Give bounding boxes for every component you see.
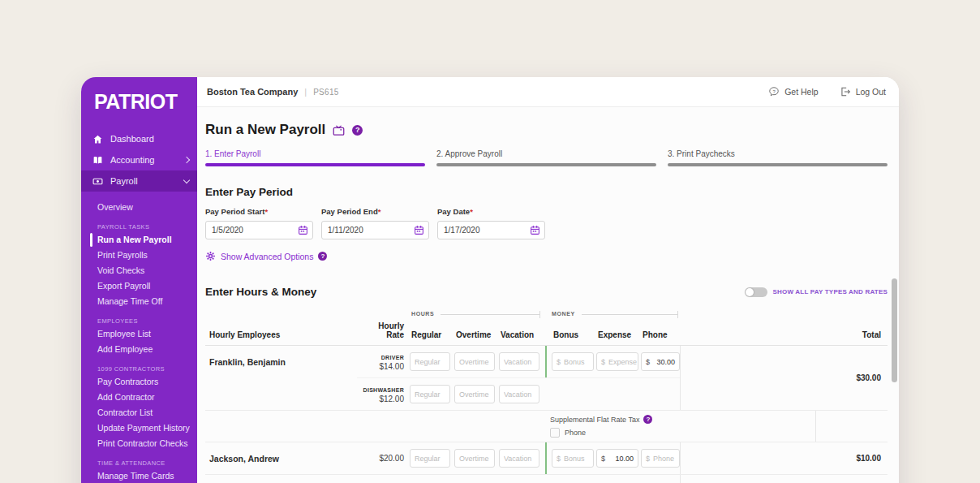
dollar-sign: $ [646, 455, 650, 463]
get-help-label: Get Help [784, 87, 818, 97]
hours-money-table: HOURS MONEY Hourly Employees Hourly Rate… [205, 309, 888, 483]
sidebar-item-dashboard[interactable]: Dashboard [81, 128, 197, 149]
required-asterisk: * [264, 207, 268, 216]
phone-input[interactable]: $ 30.00 [641, 352, 680, 371]
expense-input[interactable]: $ 10.00 [596, 449, 638, 468]
phone-checkbox-label: Phone [565, 429, 586, 437]
table-header-row: Hourly Employees Hourly Rate Regular Ove… [205, 321, 888, 346]
sidebar-item-export-payroll[interactable]: Export Payroll [81, 278, 197, 294]
calendar-icon[interactable] [414, 225, 424, 235]
phone-value: 30.00 [653, 358, 675, 366]
expense-input[interactable]: $ Expense [596, 352, 638, 371]
show-all-pay-types-toggle[interactable]: SHOW ALL PAY TYPES AND RATES [745, 287, 888, 297]
step-bar [668, 163, 888, 166]
calendar-icon[interactable] [298, 225, 308, 235]
sidebar-item-label: Accounting [110, 155, 154, 165]
vertical-scrollbar-thumb[interactable] [892, 278, 897, 382]
col-regular: Regular [410, 330, 450, 339]
sidebar-item-update-payment-history[interactable]: Update Payment History [81, 420, 197, 436]
money-group-tick [677, 311, 678, 318]
chevron-right-icon [183, 157, 190, 163]
overtime-hours-input[interactable] [454, 385, 495, 403]
title-row: Run a New Payroll ? [205, 122, 888, 138]
pay-date-field: Pay Date* [437, 207, 545, 239]
topbar-separator: | [304, 87, 307, 97]
regular-hours-input[interactable] [410, 385, 450, 403]
step-label: 2. Approve Payroll [436, 149, 656, 158]
sidebar-item-print-payrolls[interactable]: Print Payrolls [81, 248, 197, 263]
hours-money-heading: Enter Hours & Money [205, 286, 316, 298]
sidebar-item-payroll[interactable]: Payroll [81, 170, 197, 192]
employee-row-franklin: Franklin, Benjamin DRIVER $14.00 $ [205, 346, 888, 411]
pay-line-driver: Franklin, Benjamin DRIVER $14.00 $ [205, 346, 680, 377]
pay-line-jackson: Jackson, Andrew $20.00 $ Bonus [205, 442, 680, 474]
supplemental-label: Supplemental Flat Rate Tax [550, 416, 639, 424]
show-advanced-options-link[interactable]: Show Advanced Options ? [205, 251, 888, 261]
sidebar-item-pay-contractors[interactable]: Pay Contractors [81, 374, 197, 390]
col-expense: Expense [596, 330, 638, 339]
phone-checkbox[interactable] [550, 428, 560, 438]
advanced-help-icon[interactable]: ? [318, 252, 327, 261]
supplemental-block: Supplemental Flat Rate Tax ? Phone [550, 411, 652, 442]
sidebar-item-void-checks[interactable]: Void Checks [81, 263, 197, 278]
required-asterisk: * [378, 207, 381, 216]
sidebar-item-overview[interactable]: Overview [81, 200, 197, 215]
pay-period-end-field: Pay Period End* [321, 207, 429, 239]
video-tutorial-icon[interactable] [333, 125, 345, 136]
page-help-icon[interactable]: ? [352, 125, 363, 136]
main-area: Boston Tea Company | PS615 ? Get Help Lo… [197, 77, 899, 483]
regular-hours-input[interactable] [410, 352, 450, 371]
step-bar [436, 163, 656, 166]
overtime-hours-input[interactable] [454, 352, 495, 371]
col-hourly-rate: Hourly Rate [359, 321, 404, 339]
log-out-label: Log Out [856, 87, 886, 97]
bonus-input[interactable]: $ Bonus [552, 352, 594, 371]
job-title: DISHWASHER [359, 386, 404, 395]
dollar-sign: $ [601, 358, 605, 366]
dollar-sign: $ [557, 358, 561, 366]
sidebar-item-employee-list[interactable]: Employee List [81, 326, 197, 342]
hourly-rate-value: $12.00 [359, 395, 404, 403]
field-label: Pay Date* [437, 207, 545, 216]
step-enter-payroll[interactable]: 1. Enter Payroll [205, 149, 425, 166]
hours-group-tick [539, 311, 540, 318]
vacation-hours-input[interactable] [499, 352, 539, 371]
vacation-hours-input[interactable] [499, 449, 539, 468]
sidebar-item-contractor-list[interactable]: Contractor List [81, 405, 197, 420]
hourly-rate-value: $20.00 [359, 454, 404, 463]
page-content: Run a New Payroll ? 1. Enter Payroll 2. … [197, 107, 899, 483]
employee-name: Jackson, Andrew [205, 454, 359, 464]
sidebar-item-manage-time-cards[interactable]: Manage Time Cards [81, 468, 197, 483]
col-hourly-employees: Hourly Employees [205, 330, 359, 339]
supplemental-help-icon[interactable]: ? [643, 415, 652, 424]
sidebar-item-add-contractor[interactable]: Add Contractor [81, 390, 197, 405]
help-bubble-icon: ? [768, 86, 780, 97]
hours-group-line [441, 314, 539, 315]
toggle-switch-icon[interactable] [745, 287, 767, 297]
sidebar-item-accounting[interactable]: Accounting [81, 149, 197, 170]
employee-name: Franklin, Benjamin [205, 357, 359, 367]
dollar-sign: $ [601, 455, 605, 463]
sidebar-item-manage-time-off[interactable]: Manage Time Off [81, 294, 197, 309]
money-section-divider [545, 442, 547, 474]
step-approve-payroll[interactable]: 2. Approve Payroll [436, 149, 656, 166]
svg-text:?: ? [773, 89, 776, 94]
overtime-hours-input[interactable] [454, 449, 495, 468]
step-print-paychecks[interactable]: 3. Print Paychecks [668, 149, 888, 166]
vacation-hours-input[interactable] [499, 385, 539, 403]
get-help-link[interactable]: ? Get Help [768, 86, 818, 97]
step-bar [205, 163, 425, 166]
phone-input[interactable]: $ Phone [641, 449, 680, 468]
totals-grand-total: $40.00 [680, 475, 888, 483]
toggle-knob [746, 288, 754, 296]
sidebar-item-print-contractor-checks[interactable]: Print Contractor Checks [81, 436, 197, 451]
log-out-link[interactable]: Log Out [840, 86, 886, 97]
regular-hours-input[interactable] [410, 449, 450, 468]
sidebar-item-run-a-new-payroll[interactable]: Run a New Payroll [81, 232, 197, 248]
row-total: $10.00 [680, 442, 888, 474]
sidebar-item-label: Dashboard [110, 134, 154, 144]
calendar-icon[interactable] [530, 225, 540, 235]
sidebar-item-add-employee[interactable]: Add Employee [81, 342, 197, 357]
topbar: Boston Tea Company | PS615 ? Get Help Lo… [197, 77, 899, 107]
bonus-input[interactable]: $ Bonus [552, 449, 594, 468]
